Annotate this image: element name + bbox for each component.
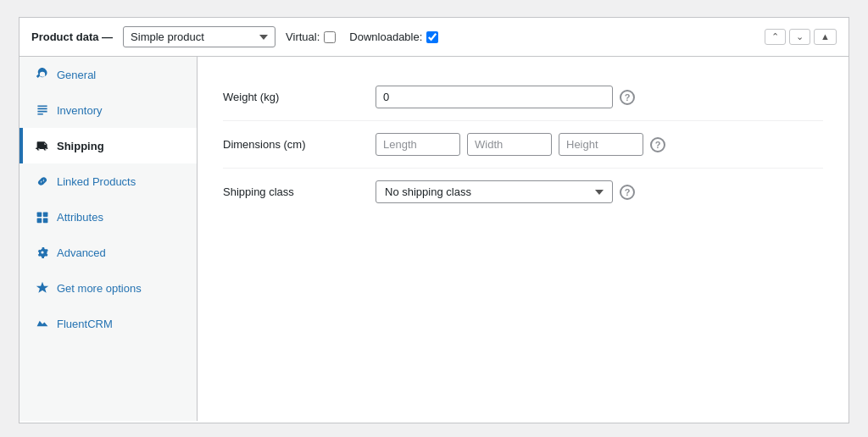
weight-help-icon[interactable]: ? <box>620 90 635 105</box>
downloadable-label[interactable]: Downloadable: <box>349 30 438 43</box>
inventory-icon <box>35 102 50 118</box>
product-data-body: General Inventory Shipping <box>19 57 849 421</box>
sidebar-item-inventory[interactable]: Inventory <box>19 92 197 128</box>
product-data-box: Product data — Simple product Grouped pr… <box>19 17 849 423</box>
product-data-header: Product data — Simple product Grouped pr… <box>19 18 849 57</box>
sidebar: General Inventory Shipping <box>19 57 198 421</box>
virtual-checkbox[interactable] <box>324 31 336 43</box>
width-input[interactable] <box>467 133 552 156</box>
attributes-icon <box>35 209 50 224</box>
header-options: Virtual: Downloadable: <box>286 30 438 43</box>
weight-inputs: ? <box>376 86 823 108</box>
main-content: Weight (kg) ? Dimensions (cm) ? Shipping <box>198 57 849 421</box>
virtual-label[interactable]: Virtual: <box>286 30 336 43</box>
dimensions-label: Dimensions (cm) <box>223 133 359 151</box>
svg-rect-0 <box>37 212 42 217</box>
svg-rect-1 <box>43 212 48 217</box>
header-arrows: ⌃ ⌄ ▲ <box>765 29 837 45</box>
arrow-up2-button[interactable]: ▲ <box>814 29 837 45</box>
length-input[interactable] <box>376 133 460 156</box>
shipping-class-field-row: Shipping class No shipping class ? <box>223 169 823 215</box>
shipping-class-inputs: No shipping class ? <box>376 180 823 203</box>
sidebar-item-label-get-more-options: Get more options <box>57 282 185 295</box>
sidebar-item-label-advanced: Advanced <box>57 246 185 259</box>
gear-icon <box>35 245 50 260</box>
sidebar-item-linked-products[interactable]: Linked Products <box>19 163 197 199</box>
weight-input[interactable] <box>376 86 613 108</box>
height-input[interactable] <box>559 133 643 156</box>
shipping-class-help-icon[interactable]: ? <box>620 185 635 200</box>
sidebar-item-label-attributes: Attributes <box>57 211 185 224</box>
sidebar-item-advanced[interactable]: Advanced <box>19 235 197 270</box>
sidebar-item-label-inventory: Inventory <box>57 104 185 117</box>
arrow-down-button[interactable]: ⌄ <box>789 29 810 45</box>
weight-field-row: Weight (kg) ? <box>223 74 823 121</box>
product-data-title: Product data — <box>31 30 113 43</box>
link-icon <box>35 174 50 189</box>
dimensions-inputs: ? <box>376 133 823 156</box>
sidebar-item-label-fluentcrm: FluentCRM <box>57 318 185 330</box>
sidebar-item-label-general: General <box>57 69 185 81</box>
downloadable-checkbox[interactable] <box>426 31 438 43</box>
sidebar-item-attributes[interactable]: Attributes <box>19 199 197 235</box>
sidebar-item-label-shipping: Shipping <box>57 140 185 152</box>
weight-label: Weight (kg) <box>223 86 359 103</box>
sidebar-item-get-more-options[interactable]: Get more options <box>19 270 197 306</box>
shipping-class-label: Shipping class <box>223 180 359 198</box>
sidebar-item-shipping[interactable]: Shipping <box>19 128 197 163</box>
dimensions-help-icon[interactable]: ? <box>650 137 665 152</box>
star-icon <box>35 280 50 296</box>
dimensions-field-row: Dimensions (cm) ? <box>223 121 823 169</box>
sidebar-item-label-linked-products: Linked Products <box>57 175 185 188</box>
svg-rect-3 <box>43 218 48 224</box>
fluentcrm-icon <box>35 316 50 331</box>
arrow-up-button[interactable]: ⌃ <box>765 29 786 45</box>
shipping-icon <box>35 138 50 153</box>
sidebar-item-fluentcrm[interactable]: FluentCRM <box>19 306 197 341</box>
wrench-icon <box>35 67 50 82</box>
sidebar-item-general[interactable]: General <box>19 57 197 92</box>
shipping-class-select[interactable]: No shipping class <box>376 180 613 203</box>
svg-rect-2 <box>37 218 42 224</box>
product-type-select[interactable]: Simple product Grouped product External/… <box>123 26 275 47</box>
